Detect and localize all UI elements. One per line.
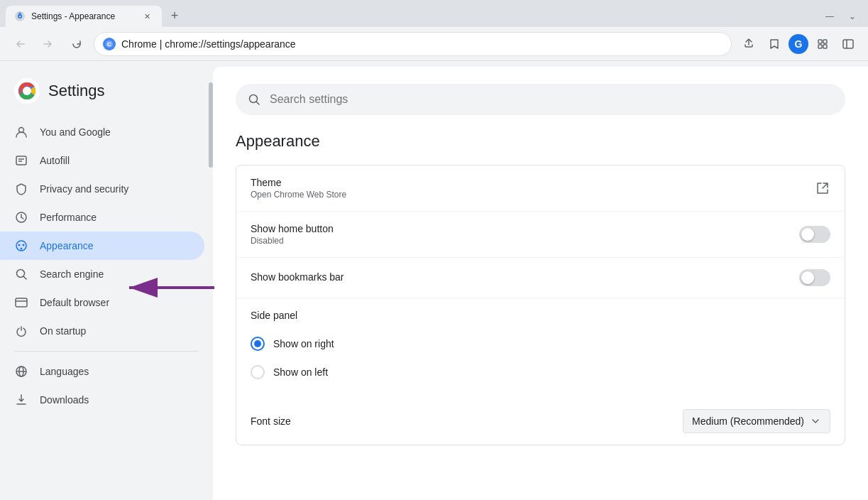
theme-row[interactable]: Theme Open Chrome Web Store (236, 165, 845, 212)
sidebar-item-appearance[interactable]: Appearance (0, 232, 204, 260)
font-size-label: Font size (251, 415, 683, 427)
sidebar-item-label: Performance (40, 212, 97, 223)
chevron-down-icon (810, 415, 821, 427)
side-panel-title: Side panel (251, 310, 830, 321)
side-panel-section: Side panel Show on right Show on left (236, 298, 845, 398)
scrollbar-thumb[interactable] (209, 82, 213, 168)
svg-rect-3 (818, 40, 822, 43)
minimize-button[interactable]: — (820, 10, 840, 23)
theme-subtitle: Open Chrome Web Store (251, 190, 815, 200)
svg-point-20 (21, 248, 23, 250)
sidebar-item-search-engine[interactable]: Search engine (0, 260, 204, 288)
autofill-icon (14, 153, 28, 168)
bookmark-button[interactable] (763, 33, 786, 55)
page-title: Appearance (236, 132, 845, 151)
new-tab-button[interactable]: + (165, 6, 185, 26)
home-button-content: Show home button Disabled (251, 223, 799, 246)
font-size-row[interactable]: Font size Medium (Recommended) (236, 398, 845, 445)
home-button-toggle[interactable] (799, 226, 830, 243)
search-bar-container (236, 84, 845, 115)
forward-button[interactable] (37, 33, 60, 55)
sidebar-item-label: Downloads (40, 394, 89, 406)
profile-button[interactable]: G (789, 34, 808, 54)
theme-content: Theme Open Chrome Web Store (251, 177, 815, 200)
radio-inner-filled (254, 340, 261, 347)
scrollbar-track (209, 61, 213, 500)
sidebar-item-languages[interactable]: Languages (0, 357, 204, 386)
power-icon (14, 324, 28, 338)
svg-rect-13 (16, 156, 26, 165)
toggle-knob-2 (801, 271, 814, 284)
nav-actions: G (737, 33, 859, 55)
sidebar-toggle-button[interactable] (837, 33, 859, 55)
bookmarks-bar-content: Show bookmarks bar (251, 271, 799, 284)
tab-favicon (14, 11, 26, 22)
sidebar-item-autofill[interactable]: Autofill (0, 146, 204, 175)
show-on-left-option[interactable]: Show on left (251, 358, 830, 386)
show-on-right-label: Show on right (273, 338, 334, 349)
svg-point-18 (18, 244, 21, 246)
shield-icon (14, 182, 28, 196)
address-favicon: C (103, 38, 116, 50)
extensions-button[interactable] (811, 33, 834, 55)
title-bar: Settings - Appearance ✕ + — ⌄ (0, 0, 868, 27)
svg-rect-6 (823, 45, 827, 48)
sidebar-item-privacy-security[interactable]: Privacy and security (0, 175, 204, 203)
search-input[interactable] (270, 93, 834, 106)
sidebar-divider (14, 351, 199, 352)
sidebar-item-label: Autofill (40, 155, 70, 166)
font-size-select[interactable]: Medium (Recommended) (683, 409, 830, 433)
sidebar-scrollbar[interactable] (209, 61, 213, 500)
theme-action[interactable] (815, 180, 830, 196)
home-button-toggle-switch[interactable] (799, 226, 830, 243)
bookmarks-bar-toggle-switch[interactable] (799, 269, 830, 286)
sidebar-item-performance[interactable]: Performance (0, 203, 204, 232)
external-link-icon (815, 180, 830, 196)
address-text: Chrome | chrome://settings/appearance (121, 38, 296, 50)
bookmarks-bar-title: Show bookmarks bar (251, 271, 799, 283)
address-domain: Chrome (121, 38, 157, 50)
sidebar-item-label: Search engine (40, 268, 104, 280)
home-button-row[interactable]: Show home button Disabled (236, 212, 845, 258)
download-icon (14, 393, 28, 407)
sidebar-item-default-browser[interactable]: Default browser (0, 288, 204, 317)
sidebar-item-on-startup[interactable]: On startup (0, 317, 204, 345)
sidebar-item-downloads[interactable]: Downloads (0, 386, 204, 414)
sidebar-item-label: Appearance (40, 240, 94, 251)
toggle-knob (801, 228, 814, 241)
theme-card: Theme Open Chrome Web Store Show home bu… (236, 165, 845, 445)
show-on-left-radio[interactable] (251, 365, 265, 379)
sidebar-item-you-and-google[interactable]: You and Google (0, 118, 204, 146)
back-button[interactable] (9, 33, 31, 55)
svg-rect-7 (843, 40, 853, 48)
nav-bar: C Chrome | chrome://settings/appearance … (0, 27, 868, 61)
home-button-subtitle: Disabled (251, 236, 799, 246)
svg-rect-5 (818, 45, 822, 48)
tab-title: Settings - Appearance (31, 11, 135, 21)
show-on-right-radio[interactable] (251, 337, 265, 351)
palette-icon (14, 239, 28, 253)
main-area: Settings You and Google Autofill Priv (0, 61, 868, 500)
browser-icon (14, 295, 28, 310)
show-on-right-option[interactable]: Show on right (251, 330, 830, 358)
address-bar[interactable]: C Chrome | chrome://settings/appearance (94, 32, 732, 56)
tab-close-button[interactable]: ✕ (141, 10, 153, 23)
person-icon (14, 125, 28, 139)
sidebar-item-label: You and Google (40, 126, 111, 138)
active-tab[interactable]: Settings - Appearance ✕ (6, 6, 162, 27)
svg-rect-23 (16, 298, 27, 307)
svg-point-19 (23, 244, 25, 246)
home-button-title: Show home button (251, 223, 799, 234)
svg-line-22 (24, 277, 27, 280)
share-button[interactable] (737, 33, 760, 55)
bookmarks-bar-toggle[interactable] (799, 269, 830, 286)
svg-point-11 (23, 87, 31, 95)
chrome-logo (14, 78, 40, 104)
bookmarks-bar-row[interactable]: Show bookmarks bar (236, 258, 845, 298)
svg-line-31 (257, 102, 260, 105)
svg-text:C: C (107, 41, 111, 48)
search-bar[interactable] (236, 84, 845, 115)
reload-button[interactable] (65, 33, 88, 55)
window-controls: — ⌄ (820, 10, 862, 27)
dropdown-button[interactable]: ⌄ (842, 10, 862, 23)
